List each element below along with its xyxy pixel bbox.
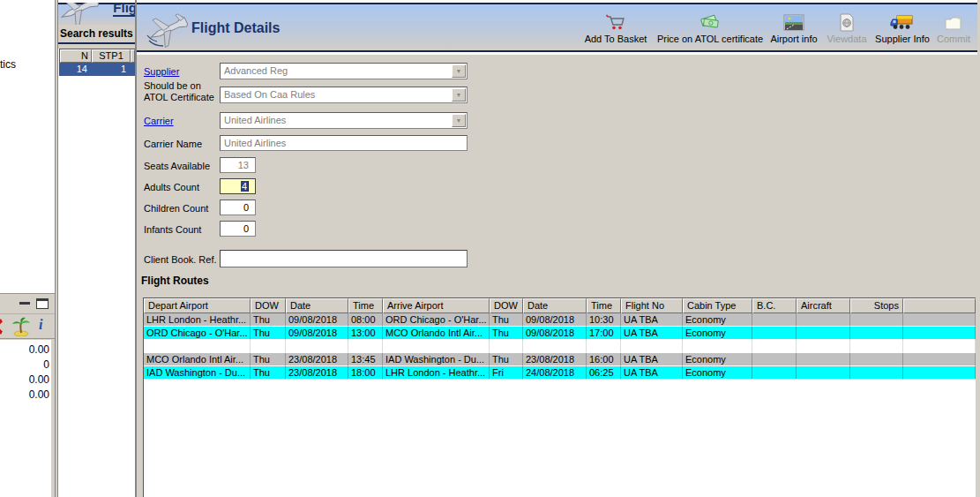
route-cell[interactable]: 09/08/2018	[286, 327, 348, 340]
route-cell[interactable]: Thu	[251, 353, 286, 366]
carrier-link[interactable]: Carrier	[144, 116, 174, 126]
route-cell[interactable]: 13:45	[348, 353, 383, 366]
route-cell[interactable]: 09/08/2018	[286, 313, 348, 327]
route-cell[interactable]	[348, 340, 383, 353]
route-cell[interactable]: LHR London - Heathr...	[383, 366, 490, 380]
route-row[interactable]	[144, 340, 976, 353]
children-count-field[interactable]: 0	[220, 200, 256, 215]
route-cell[interactable]: ORD Chicago - O'Har...	[383, 313, 490, 327]
route-cell[interactable]	[523, 340, 587, 353]
info-icon[interactable]: i	[39, 317, 42, 333]
route-row[interactable]: ORD Chicago - O'Har...Thu09/08/201813:00…	[144, 327, 976, 340]
route-row[interactable]: LHR London - Heathr...Thu09/08/201808:00…	[144, 313, 976, 327]
routes-column-header[interactable]: Aircraft	[797, 298, 850, 313]
route-cell[interactable]: Thu	[251, 313, 286, 327]
route-cell[interactable]: UA TBA	[621, 327, 683, 340]
route-cell[interactable]	[850, 340, 903, 353]
route-cell[interactable]: IAD Washington - Du...	[144, 366, 251, 380]
route-row[interactable]: IAD Washington - Du...Thu23/08/201818:00…	[144, 366, 976, 380]
route-cell[interactable]: Economy	[683, 313, 752, 327]
route-cell[interactable]	[752, 340, 797, 353]
route-cell[interactable]: Economy	[683, 353, 752, 366]
route-cell[interactable]	[383, 340, 490, 353]
client-book-ref-field[interactable]	[220, 250, 468, 267]
route-cell[interactable]: Economy	[683, 366, 752, 380]
route-cell[interactable]: 17:00	[587, 327, 621, 340]
supplier-info-button[interactable]: Supplier Info	[874, 11, 931, 52]
route-cell[interactable]: Thu	[251, 327, 286, 340]
routes-column-header[interactable]: DOW	[251, 298, 286, 313]
route-cell[interactable]	[621, 340, 683, 353]
route-cell[interactable]	[587, 340, 621, 353]
route-cell[interactable]: 23/08/2018	[286, 366, 348, 380]
route-cell[interactable]: 23/08/2018	[286, 353, 348, 366]
route-cell[interactable]	[797, 366, 850, 380]
add-to-basket-button[interactable]: Add To Basket	[580, 11, 651, 52]
route-cell[interactable]	[752, 327, 797, 340]
route-cell[interactable]: 18:00	[348, 366, 383, 380]
route-cell[interactable]: 24/08/2018	[523, 366, 587, 380]
routes-column-header[interactable]: Flight No	[621, 298, 683, 313]
route-cell[interactable]: UA TBA	[621, 313, 683, 327]
route-cell[interactable]: MCO Orlando Intl Air...	[144, 353, 251, 366]
route-cell[interactable]	[850, 313, 903, 327]
route-cell[interactable]: UA TBA	[621, 353, 683, 366]
routes-column-header[interactable]: Stops	[850, 298, 903, 313]
routes-column-header[interactable]: Arrive Airport	[383, 298, 490, 313]
route-cell[interactable]	[850, 353, 903, 366]
route-cell[interactable]	[752, 366, 797, 380]
route-cell[interactable]: Fri	[490, 366, 523, 380]
route-cell[interactable]: Thu	[490, 353, 523, 366]
route-cell[interactable]	[797, 340, 850, 353]
minimize-icon[interactable]	[19, 302, 30, 305]
routes-column-header[interactable]: Time	[348, 298, 383, 313]
routes-column-header[interactable]: Time	[587, 298, 621, 313]
route-cell[interactable]	[752, 353, 797, 366]
airport-info-button[interactable]: Airport info	[768, 11, 819, 52]
route-cell[interactable]	[797, 353, 850, 366]
result-cell-stp1[interactable]: 1	[92, 63, 131, 76]
route-cell[interactable]: UA TBA	[621, 366, 683, 380]
adults-count-field[interactable]: 4	[220, 178, 256, 194]
route-cell[interactable]	[286, 340, 348, 353]
routes-column-header[interactable]: Date	[523, 298, 587, 313]
red-partial-icon[interactable]	[0, 319, 7, 335]
route-cell[interactable]	[850, 366, 903, 380]
route-cell[interactable]: 09/08/2018	[523, 327, 587, 340]
route-cell[interactable]	[144, 340, 251, 353]
routes-column-header[interactable]: Depart Airport	[144, 298, 251, 313]
route-cell[interactable]: Economy	[683, 327, 752, 340]
route-cell[interactable]: ORD Chicago - O'Har...	[144, 327, 251, 340]
route-cell[interactable]: MCO Orlando Intl Air...	[383, 327, 490, 340]
route-cell[interactable]	[683, 340, 752, 353]
palm-tree-icon[interactable]	[11, 317, 31, 336]
route-cell[interactable]: Thu	[251, 366, 286, 380]
route-cell[interactable]: 23/08/2018	[523, 353, 587, 366]
route-cell[interactable]: 13:00	[348, 327, 383, 340]
infants-count-field[interactable]: 0	[220, 221, 256, 237]
route-cell[interactable]: 08:00	[348, 313, 383, 327]
price-on-atol-button[interactable]: Price on ATOL certificate	[655, 11, 765, 52]
result-cell-n[interactable]: 14	[60, 63, 92, 76]
routes-column-header[interactable]: DOW	[490, 298, 523, 313]
route-cell[interactable]	[797, 327, 850, 340]
route-cell[interactable]: IAD Washington - Du...	[383, 353, 490, 366]
route-cell[interactable]: 16:00	[587, 353, 621, 366]
route-cell[interactable]: 06:25	[587, 366, 621, 380]
route-cell[interactable]: Thu	[490, 313, 523, 327]
column-header-n[interactable]: N	[60, 49, 92, 63]
route-cell[interactable]: 10:30	[587, 313, 621, 327]
routes-column-header[interactable]: B.C.	[752, 298, 797, 313]
route-cell[interactable]	[850, 327, 903, 340]
route-cell[interactable]	[251, 340, 286, 353]
route-row[interactable]: MCO Orlando Intl Air...Thu23/08/201813:4…	[144, 353, 976, 366]
route-cell[interactable]: LHR London - Heathr...	[144, 313, 251, 327]
route-cell[interactable]	[752, 313, 797, 327]
supplier-link[interactable]: Supplier	[144, 66, 179, 77]
maximize-icon[interactable]	[36, 298, 49, 309]
routes-column-header[interactable]: Cabin Type	[683, 298, 752, 313]
routes-column-header[interactable]: Date	[286, 298, 348, 313]
search-result-row-selected[interactable]: 14 1	[60, 63, 135, 76]
route-cell[interactable]	[490, 340, 523, 353]
route-cell[interactable]: Thu	[490, 327, 523, 340]
